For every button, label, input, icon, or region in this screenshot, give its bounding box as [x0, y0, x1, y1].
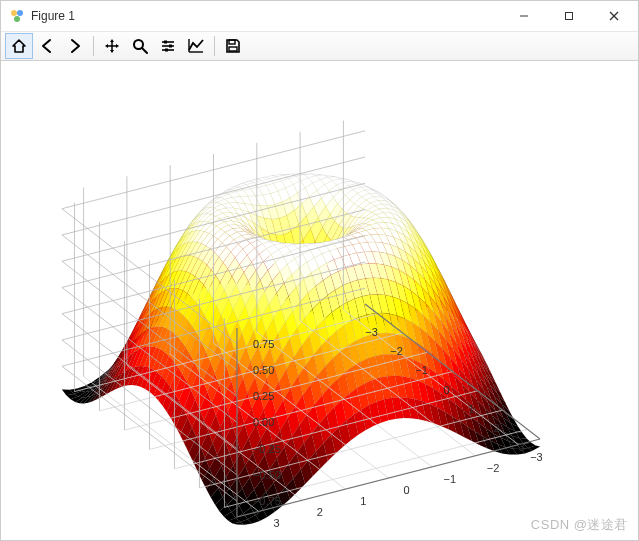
svg-text:−3: −3 [530, 451, 543, 463]
svg-point-0 [11, 10, 17, 16]
svg-text:2: 2 [317, 506, 323, 518]
svg-point-2 [14, 16, 20, 22]
svg-text:3: 3 [518, 441, 524, 453]
svg-text:−2: −2 [487, 462, 500, 474]
svg-text:−1: −1 [444, 473, 457, 485]
svg-text:1: 1 [360, 495, 366, 507]
window-titlebar: Figure 1 [1, 1, 638, 31]
svg-text:0.75: 0.75 [253, 338, 274, 350]
svg-rect-16 [165, 49, 168, 52]
window-title: Figure 1 [31, 9, 75, 23]
svg-rect-4 [565, 13, 572, 20]
svg-rect-14 [169, 45, 172, 48]
svg-text:−0.25: −0.25 [253, 443, 281, 455]
configure-subplots-button[interactable] [154, 33, 182, 59]
svg-text:0.00: 0.00 [253, 416, 274, 428]
svg-text:−0.50: −0.50 [253, 469, 281, 481]
svg-line-10 [142, 48, 147, 53]
minimize-button[interactable] [501, 1, 546, 31]
forward-button[interactable] [61, 33, 89, 59]
home-button[interactable] [5, 33, 33, 59]
svg-text:−3: −3 [365, 326, 378, 338]
zoom-button[interactable] [126, 33, 154, 59]
pan-button[interactable] [98, 33, 126, 59]
edit-axes-button[interactable] [182, 33, 210, 59]
toolbar-separator [93, 36, 94, 56]
matplotlib-toolbar [1, 31, 638, 61]
maximize-button[interactable] [546, 1, 591, 31]
svg-text:−2: −2 [390, 345, 403, 357]
svg-rect-19 [229, 40, 235, 44]
svg-rect-20 [229, 47, 237, 51]
svg-text:−0.75: −0.75 [253, 495, 281, 507]
figure-canvas[interactable]: −3−2−10123−3−2−10123−0.75−0.50−0.250.000… [1, 61, 638, 540]
svg-text:1: 1 [468, 403, 474, 415]
svg-text:0: 0 [403, 484, 409, 496]
svg-text:0.50: 0.50 [253, 364, 274, 376]
toolbar-separator [214, 36, 215, 56]
svg-point-1 [17, 10, 23, 16]
back-button[interactable] [33, 33, 61, 59]
svg-text:3: 3 [274, 517, 280, 529]
close-button[interactable] [591, 1, 636, 31]
save-button[interactable] [219, 33, 247, 59]
app-icon [9, 8, 25, 24]
svg-text:0: 0 [443, 384, 449, 396]
svg-text:−1: −1 [415, 364, 428, 376]
svg-text:2: 2 [493, 422, 499, 434]
svg-rect-12 [164, 41, 167, 44]
svg-text:0.25: 0.25 [253, 390, 274, 402]
